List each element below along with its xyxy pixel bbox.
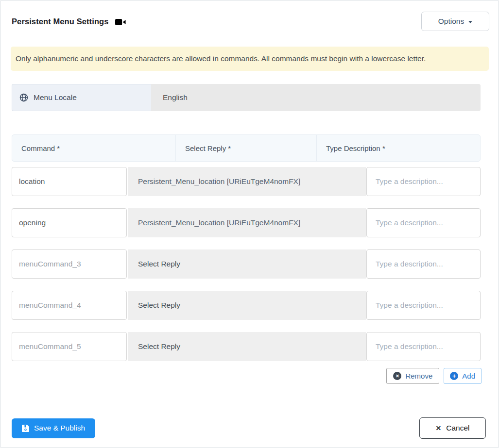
select-reply-value: Select Reply [138, 342, 180, 351]
table-row: Persistent_Menu_location [URiEuTgeM4nomF… [12, 208, 481, 237]
panel-footer: Save & Publish ✕ Cancel [12, 417, 486, 439]
video-camera-icon[interactable] [115, 18, 126, 26]
description-input[interactable] [366, 332, 481, 361]
remove-row-button[interactable]: ✕ Remove [386, 368, 439, 384]
alert-text: Only alphanumeric and underscore charact… [16, 54, 426, 63]
select-reply-dropdown[interactable]: Select Reply [128, 249, 366, 279]
floppy-disk-icon [22, 425, 29, 432]
select-reply-value: Select Reply [138, 301, 180, 310]
select-reply-dropdown[interactable]: Select Reply [128, 291, 366, 320]
description-input[interactable] [366, 249, 481, 279]
row-actions: ✕ Remove + Add [12, 368, 482, 384]
caret-down-icon [468, 21, 472, 23]
select-reply-value: Select Reply [138, 260, 180, 268]
add-button-label: Add [462, 372, 475, 380]
page-title: Persistent Menu Settings [12, 17, 109, 26]
select-reply-value: Persistent_Menu_location [URiEuTgeM4nomF… [138, 177, 300, 186]
menu-locale-label: Menu Locale [34, 93, 77, 102]
add-row-button[interactable]: + Add [444, 368, 482, 384]
x-circle-icon: ✕ [393, 372, 401, 380]
cancel-button-label: Cancel [446, 424, 469, 432]
options-button-label: Options [438, 17, 464, 26]
table-header-row: Command * Select Reply * Type Descriptio… [12, 134, 481, 162]
title-group: Persistent Menu Settings [12, 17, 126, 26]
table-row: Select Reply [12, 332, 481, 361]
save-publish-label: Save & Publish [34, 424, 85, 432]
menu-locale-value: English [151, 84, 481, 111]
table-row: Select Reply [12, 291, 481, 320]
table-row: Select Reply [12, 249, 481, 279]
column-header-select-reply: Select Reply * [175, 135, 317, 161]
options-button[interactable]: Options [421, 12, 489, 31]
close-icon: ✕ [436, 424, 442, 432]
command-input[interactable] [12, 249, 127, 279]
description-input[interactable] [366, 208, 481, 237]
select-reply-dropdown[interactable]: Persistent_Menu_location [URiEuTgeM4nomF… [128, 167, 366, 196]
table-row: Persistent_Menu_location [URiEuTgeM4nomF… [12, 167, 481, 196]
column-header-command: Command * [12, 135, 175, 161]
command-input[interactable] [12, 332, 127, 361]
menu-locale-value-text: English [163, 93, 188, 102]
select-reply-value: Persistent_Menu_location [URiEuTgeM4nomF… [138, 218, 300, 227]
panel-header: Persistent Menu Settings Options [12, 12, 489, 31]
select-reply-dropdown[interactable]: Persistent_Menu_location [URiEuTgeM4nomF… [128, 208, 366, 237]
menu-locale-group: Menu Locale English [12, 84, 481, 111]
globe-icon [19, 93, 28, 102]
remove-button-label: Remove [405, 372, 432, 380]
command-input[interactable] [12, 208, 127, 237]
command-input[interactable] [12, 291, 127, 320]
save-publish-button[interactable]: Save & Publish [12, 418, 95, 438]
menu-locale-label-cell: Menu Locale [12, 84, 151, 111]
command-input[interactable] [12, 167, 127, 196]
select-reply-dropdown[interactable]: Select Reply [128, 332, 366, 361]
commands-info-alert: Only alphanumeric and underscore charact… [11, 47, 489, 71]
persistent-menu-settings-panel: Persistent Menu Settings Options Only al… [0, 0, 499, 448]
cancel-button[interactable]: ✕ Cancel [419, 417, 486, 439]
plus-circle-icon: + [450, 372, 458, 380]
column-header-type-description: Type Description * [317, 135, 480, 161]
description-input[interactable] [366, 291, 481, 320]
description-input[interactable] [366, 167, 481, 196]
